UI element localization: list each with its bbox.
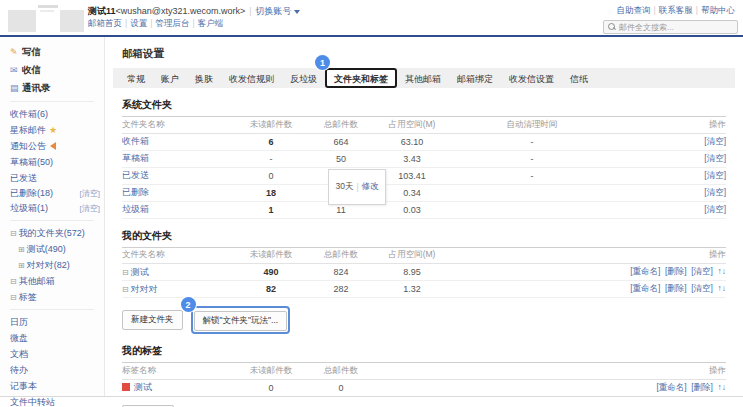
sidebar-item-my-folders[interactable]: ⊟我的文件夹(572) xyxy=(10,225,104,241)
switch-account-link[interactable]: 切换账号 xyxy=(256,6,292,16)
collapse-icon[interactable]: ⊟ xyxy=(122,268,129,277)
rename-link[interactable]: [重命名] xyxy=(630,283,660,293)
collapse-icon[interactable]: ⊟ xyxy=(10,277,17,286)
folder-inbox-link[interactable]: 收件箱 xyxy=(122,136,149,146)
empty-folder-link[interactable]: [清空] xyxy=(704,153,726,163)
nav-client-link[interactable]: 客户端 xyxy=(198,18,224,28)
system-folders-section: 系统文件夹 文件夹名称 未读邮件数 总邮件数 占用空间(M) 自动清理时间 操作… xyxy=(122,98,726,219)
sidebar-contacts[interactable]: ▤通讯录 xyxy=(10,79,104,97)
drafts-label: 草稿箱(50) xyxy=(10,156,53,169)
nav-mail-home-link[interactable]: 邮箱首页 xyxy=(88,18,122,28)
account-email: <wushan@xty321.wecom.work> xyxy=(116,6,246,16)
tab-sendrecv[interactable]: 收发信设置 xyxy=(501,68,562,88)
folder-sent-link[interactable]: 已发送 xyxy=(122,170,149,180)
col-total: 总邮件数 xyxy=(310,248,372,264)
sidebar-item-other-mail[interactable]: ⊟其他邮箱 xyxy=(10,273,104,289)
delete-link[interactable]: [删除] xyxy=(691,382,713,392)
folder-test-link[interactable]: 测试 xyxy=(131,267,149,277)
spam-label[interactable]: 垃圾箱(1) xyxy=(10,202,48,215)
tab-stationery[interactable]: 信纸 xyxy=(562,68,596,88)
chevron-down-icon xyxy=(294,10,300,14)
sidebar-item-inbox[interactable]: 收件箱(6) xyxy=(10,106,104,122)
tab-account[interactable]: 账户 xyxy=(153,68,187,88)
empty-folder-link[interactable]: [清空] xyxy=(704,187,726,197)
sidebar-item-notice[interactable]: 通知公告 xyxy=(10,138,104,154)
empty-folder-link[interactable]: [清空] xyxy=(704,136,726,146)
divider xyxy=(10,101,94,102)
empty-link[interactable]: [清空] xyxy=(691,266,713,276)
empty-link[interactable]: [清空] xyxy=(691,283,713,293)
self-query-link[interactable]: 自助查询 xyxy=(617,5,651,15)
autoclean-value: - xyxy=(452,167,612,184)
autoclean-popup: 30天 | 修改 xyxy=(328,169,386,205)
col-size: 占用空间(M) xyxy=(372,248,452,264)
sidebar-item-folder-ddd[interactable]: ⊞对对对(82) xyxy=(10,257,104,273)
expand-icon[interactable]: ⊞ xyxy=(18,245,25,254)
sidebar-receive[interactable]: ✉收信 xyxy=(10,61,104,79)
rename-link[interactable]: [重命名] xyxy=(657,382,687,392)
contact-support-link[interactable]: 联系客服 xyxy=(659,5,693,15)
reorder-arrows[interactable]: ↑↓ xyxy=(718,266,727,276)
delete-link[interactable]: [删除] xyxy=(665,283,687,293)
reorder-arrows[interactable]: ↑↓ xyxy=(718,382,727,392)
sent-label: 已发送 xyxy=(10,172,37,185)
expand-icon[interactable]: ⊞ xyxy=(18,261,25,270)
folder-spam-link[interactable]: 垃圾箱 xyxy=(122,204,149,214)
rename-link[interactable]: [重命名] xyxy=(630,266,660,276)
sidebar-item-folder-test[interactable]: ⊞测试(490) xyxy=(10,241,104,257)
collapse-icon[interactable]: ⊟ xyxy=(10,229,17,238)
sidebar-compose[interactable]: ✎写信 xyxy=(10,43,104,61)
sidebar-app-notes[interactable]: 记事本 xyxy=(10,378,104,394)
total-count: 50 xyxy=(310,150,372,167)
sidebar-app-docs[interactable]: 文档 xyxy=(10,346,104,362)
unlock-folder-tips-button[interactable]: 解锁"文件夹"玩法"... xyxy=(194,311,288,331)
autoclean-edit-link[interactable]: 修改 xyxy=(362,181,379,193)
search-input[interactable]: 邮件全文搜索... xyxy=(603,20,738,34)
my-folders-section: 我的文件夹 文件夹名称 未读邮件数 总邮件数 占用空间(M) 操作 ⊟测试 49… xyxy=(122,229,726,335)
sidebar-item-starred[interactable]: 星标邮件★ xyxy=(10,122,104,138)
tab-general[interactable]: 常规 xyxy=(119,68,153,88)
sidebar-app-todo[interactable]: 待办 xyxy=(10,362,104,378)
page-title: 邮箱设置 xyxy=(122,47,735,61)
nav-settings-link[interactable]: 设置 xyxy=(130,18,147,28)
annotation-badge-1: 1 xyxy=(315,55,330,70)
contacts-label: 通讯录 xyxy=(22,82,51,95)
logo-placeholder xyxy=(60,10,84,32)
deleted-label[interactable]: 已删除(18) xyxy=(10,187,53,200)
tab-other-mail[interactable]: 其他邮箱 xyxy=(397,68,449,88)
unread-count: 1 xyxy=(268,205,273,215)
autoclean-value xyxy=(452,184,612,201)
todo-label: 待办 xyxy=(10,364,28,377)
collapse-icon[interactable]: ⊟ xyxy=(10,293,17,302)
tab-rules[interactable]: 收发信规则 xyxy=(221,68,282,88)
empty-deleted-link[interactable]: [清空] xyxy=(80,188,100,199)
reorder-arrows[interactable]: ↑↓ xyxy=(718,283,727,293)
sidebar-app-calendar[interactable]: 日历 xyxy=(10,314,104,330)
sidebar-item-labels[interactable]: ⊟标签 xyxy=(10,289,104,305)
help-center-link[interactable]: 帮助中心 xyxy=(701,5,735,15)
new-folder-button[interactable]: 新建文件夹 xyxy=(122,310,183,330)
collapse-icon[interactable]: ⊟ xyxy=(122,285,129,294)
label-test-link[interactable]: 测试 xyxy=(134,382,152,392)
autoclean-value: - xyxy=(452,150,612,167)
divider xyxy=(10,309,94,310)
star-icon: ★ xyxy=(49,125,57,135)
folder-deleted-link[interactable]: 已删除 xyxy=(122,187,149,197)
nav-admin-link[interactable]: 管理后台 xyxy=(155,18,189,28)
delete-link[interactable]: [删除] xyxy=(665,266,687,276)
empty-spam-link[interactable]: [清空] xyxy=(80,203,100,214)
empty-folder-link[interactable]: [清空] xyxy=(704,204,726,214)
folder-ddd-link[interactable]: 对对对 xyxy=(131,284,158,294)
tab-antispam[interactable]: 反垃圾 xyxy=(282,68,325,88)
sidebar-item-drafts[interactable]: 草稿箱(50) xyxy=(10,154,104,170)
docs-label: 文档 xyxy=(10,348,28,361)
tab-bind[interactable]: 邮箱绑定 xyxy=(449,68,501,88)
tab-skin[interactable]: 换肤 xyxy=(187,68,221,88)
size-value: 8.95 xyxy=(372,264,452,281)
sidebar-app-drive[interactable]: 微盘 xyxy=(10,330,104,346)
tab-folders-and-labels[interactable]: 1 文件夹和标签 xyxy=(325,68,397,88)
sidebar-item-sent[interactable]: 已发送 xyxy=(10,170,104,186)
folder-drafts-link[interactable]: 草稿箱 xyxy=(122,153,149,163)
empty-folder-link[interactable]: [清空] xyxy=(704,170,726,180)
unread-count: 490 xyxy=(263,267,278,277)
